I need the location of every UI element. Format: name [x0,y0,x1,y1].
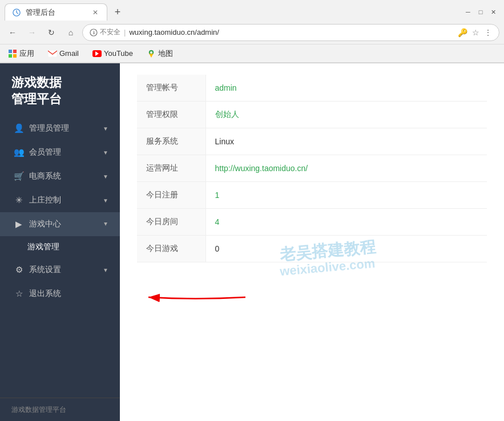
sidebar-item-members[interactable]: 👥 会员管理 ▼ [0,140,120,164]
info-table: 管理帐号 admin 管理权限 创始人 服务系统 Linux 运营网址 http… [137,75,487,262]
sidebar-footer: 游戏数据管理平台 [0,398,120,421]
settings-arrow: ▼ [103,267,108,273]
row-value-url: http://wuxing.taomiduo.cn/ [205,155,487,182]
bookmark-youtube[interactable]: YouTube [89,48,136,59]
security-label: 不安全 [100,27,120,37]
sidebar-item-ecommerce[interactable]: 🛒 电商系统 ▼ [0,164,120,188]
svg-rect-6 [13,54,17,58]
address-text: wuxing.taomiduo.cn/admin/ [129,28,454,37]
content-wrapper: 管理帐号 admin 管理权限 创始人 服务系统 Linux 运营网址 http… [120,63,504,421]
row-label-today-room: 今日房间 [137,209,205,236]
svg-rect-7 [48,50,57,57]
youtube-label: YouTube [104,49,133,58]
bookmarks-bar: 应用 Gmail YouTube 地图 [0,44,504,63]
main-content: 管理帐号 admin 管理权限 创始人 服务系统 Linux 运营网址 http… [120,63,504,274]
members-label: 会员管理 [29,147,103,157]
apps-icon [8,49,17,58]
tab-title: 管理后台 [26,7,86,18]
sidebar-subitem-game-management[interactable]: 游戏管理 [0,236,120,258]
home-button[interactable]: ⌂ [63,25,79,41]
address-bar[interactable]: ℹ 不安全 | wuxing.taomiduo.cn/admin/ 🔑 ☆ ⋮ [82,24,499,41]
svg-rect-5 [9,54,12,58]
sidebar-nav: 👤 管理员管理 ▼ 👥 会员管理 ▼ 🛒 电商系统 ▼ ✳ 上庄控制 ▼ ▶ [0,116,120,398]
row-value-today-room: 4 [205,209,487,236]
svg-text:ℹ: ℹ [93,30,95,35]
members-arrow: ▼ [103,149,108,156]
sidebar-item-logout[interactable]: ☆ 退出系统 [0,282,120,306]
games-label: 游戏中心 [29,219,103,229]
svg-rect-4 [13,50,17,53]
sidebar-footer-text: 游戏数据管理平台 [11,406,66,414]
minimize-button[interactable]: ─ [464,8,472,16]
menu-icon[interactable]: ⋮ [484,28,492,37]
ecommerce-icon: 🛒 [13,171,25,181]
ecommerce-arrow: ▼ [103,173,108,180]
row-label-url: 运营网址 [137,155,205,182]
row-label-permission: 管理权限 [137,102,205,128]
star-icon[interactable]: ☆ [472,28,479,37]
game-management-label: 游戏管理 [27,242,59,251]
table-row: 管理帐号 admin [137,75,487,102]
row-value-today-register: 1 [205,182,487,209]
logout-icon: ☆ [13,289,25,299]
casino-label: 上庄控制 [29,195,103,205]
logout-label: 退出系统 [29,289,108,299]
navigation-bar: ← → ↻ ⌂ ℹ 不安全 | wuxing.taomiduo.cn/admin… [0,21,504,44]
gmail-icon [48,49,57,58]
games-icon: ▶ [13,219,25,229]
table-row: 管理权限 创始人 [137,102,487,128]
admin-label: 管理员管理 [29,123,103,133]
close-window-button[interactable]: ✕ [489,8,497,16]
sidebar-item-settings[interactable]: ⚙ 系统设置 ▼ [0,258,120,282]
admin-arrow: ▼ [103,126,108,132]
members-icon: 👥 [13,147,25,157]
browser-tab[interactable]: 管理后台 ✕ [5,3,107,21]
svg-rect-3 [9,50,12,53]
title-bar: 管理后台 ✕ + ─ □ ✕ [0,0,504,21]
apps-label: 应用 [19,48,34,59]
sidebar-item-casino[interactable]: ✳ 上庄控制 ▼ [0,188,120,212]
table-row: 今日游戏 0 [137,236,487,262]
forward-button[interactable]: → [24,25,40,41]
refresh-button[interactable]: ↻ [43,25,59,41]
back-button[interactable]: ← [5,25,21,41]
row-label-today-games: 今日游戏 [137,236,205,262]
games-arrow: ▲ [103,221,108,228]
page-content: 游戏数据 管理平台 👤 管理员管理 ▼ 👥 会员管理 ▼ 🛒 电商系统 ▼ ✳ [0,63,504,421]
sidebar-item-games[interactable]: ▶ 游戏中心 ▲ [0,212,120,236]
svg-point-9 [150,51,152,54]
tab-close-button[interactable]: ✕ [91,8,100,17]
address-icons: 🔑 ☆ ⋮ [458,28,492,37]
row-label-account: 管理帐号 [137,75,205,102]
youtube-icon [92,49,102,58]
settings-label: 系统设置 [29,265,103,275]
table-row: 今日注册 1 [137,182,487,209]
maximize-button[interactable]: □ [477,8,485,16]
new-tab-button[interactable]: + [110,4,126,20]
sidebar-item-admin[interactable]: 👤 管理员管理 ▼ [0,116,120,140]
ecommerce-label: 电商系统 [29,171,103,181]
casino-arrow: ▼ [103,197,108,204]
row-value-os: Linux [205,128,487,155]
maps-label: 地图 [158,48,173,59]
table-row: 今日房间 4 [137,209,487,236]
row-value-permission: 创始人 [205,102,487,128]
bookmark-maps[interactable]: 地图 [143,47,176,60]
gmail-label: Gmail [59,49,79,58]
sidebar-logo: 游戏数据 管理平台 [0,63,120,116]
row-value-today-games: 0 [205,236,487,262]
key-icon[interactable]: 🔑 [458,28,467,37]
casino-icon: ✳ [13,195,25,205]
row-label-today-register: 今日注册 [137,182,205,209]
row-label-os: 服务系统 [137,128,205,155]
bookmark-apps[interactable]: 应用 [5,47,38,60]
arrow-annotation [137,283,251,313]
security-badge: ℹ 不安全 [90,27,120,37]
settings-icon: ⚙ [13,265,25,275]
sidebar-logo-text: 游戏数据 管理平台 [11,75,108,107]
table-row: 服务系统 Linux [137,128,487,155]
sidebar: 游戏数据 管理平台 👤 管理员管理 ▼ 👥 会员管理 ▼ 🛒 电商系统 ▼ ✳ [0,63,120,421]
admin-icon: 👤 [13,123,25,133]
maps-icon [147,49,156,58]
bookmark-gmail[interactable]: Gmail [45,48,82,59]
